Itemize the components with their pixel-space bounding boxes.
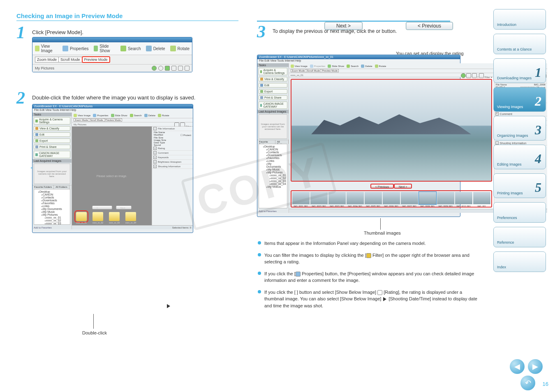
folder-thumb-2[interactable]: xxxx_xx_02: [92, 212, 103, 221]
triangle-icon: [167, 304, 170, 308]
bullet-1: Items that appear in the Information Pan…: [257, 240, 481, 247]
tab-all-folders[interactable]: All Folders: [54, 185, 69, 189]
last-acquired-box: Images acquired from your camera can be …: [34, 164, 70, 184]
zoom-icon[interactable]: [171, 66, 176, 71]
empty-prompt: Please select an image.: [97, 175, 127, 178]
right-nav: Introduction Contents at a Glance Downlo…: [493, 9, 546, 272]
info-icon: [62, 46, 68, 51]
view-image-button[interactable]: View Image: [35, 44, 58, 53]
picture-icon: [35, 46, 39, 51]
options-icon[interactable]: [178, 66, 183, 71]
window-title: ZoomBrowser EX - E:\Users\CANON\Pictures: [32, 104, 193, 108]
tab-fav-folders[interactable]: Favorite Folders: [32, 185, 54, 189]
tab-preview[interactable]: Preview Mode: [82, 56, 110, 63]
page-back[interactable]: ◀: [510, 359, 525, 374]
thumbnail-strip[interactable]: IMG_0001.JPG IMG_0003.JPG IMG_0003.JPG I…: [291, 190, 492, 208]
properties-button[interactable]: Properties: [62, 44, 89, 53]
zb-window-step3: ZoomBrowser EX - E:\Users\CANON\Pictures…: [257, 55, 460, 217]
folder-thumb-1[interactable]: xxxx_xx_01: [76, 212, 87, 221]
task-print[interactable]: Print & Share: [34, 145, 70, 149]
nav-chap4[interactable]: Editing Images4: [493, 145, 546, 169]
menu-bar[interactable]: File Edit View Tools Internet Help: [32, 108, 193, 113]
bullet-3: If you click the [ Properties] button, t…: [257, 270, 481, 284]
step-2-text: Double-click the folder where the image …: [32, 90, 238, 101]
nav-chap3[interactable]: Organizing Images3: [493, 116, 546, 141]
add-to-favorites[interactable]: Add to Favorites: [32, 226, 72, 229]
folder-thumb-4[interactable]: xxxx_xx_04: [125, 212, 136, 221]
previous-button[interactable]: < Previous: [406, 22, 453, 30]
fwd-icon[interactable]: [158, 66, 163, 71]
delete-button[interactable]: Delete: [146, 44, 165, 53]
rotate-icon: [170, 46, 176, 51]
task-edit[interactable]: Edit: [34, 132, 70, 137]
nav-chap2[interactable]: Viewing Images2: [493, 87, 546, 112]
folder-thumb-3[interactable]: xxxx_xx_03: [109, 212, 120, 221]
breadcrumb: My Pictures: [35, 66, 54, 70]
next-button[interactable]: Next >: [324, 22, 363, 30]
tasks-header: Tasks: [32, 113, 72, 116]
nav-ref[interactable]: Reference: [493, 227, 546, 247]
tab-scroll[interactable]: Scroll Mode: [58, 57, 82, 62]
trash-icon: [146, 46, 152, 51]
up-icon[interactable]: [165, 66, 170, 71]
next-btn-small[interactable]: Next >: [116, 205, 132, 210]
preview-image: [291, 79, 492, 182]
step-2-num: 2: [16, 90, 30, 105]
status-bar: Selected Items: 0: [72, 225, 193, 229]
rating-icon[interactable]: [185, 66, 190, 71]
folder-tree[interactable]: Desktop CANON Contacts Downloads Favorit…: [34, 189, 70, 225]
page-number: 16: [543, 381, 548, 387]
tab-zoom[interactable]: Zoom Mode: [35, 57, 59, 62]
search-icon: [120, 46, 126, 51]
nav-intro[interactable]: Introduction: [493, 9, 546, 30]
page-return[interactable]: ↶: [520, 376, 535, 390]
task-acquire[interactable]: Acquire & Camera Settings: [34, 117, 70, 125]
slide-show-button[interactable]: Slide Show: [94, 44, 116, 53]
step-1-text: Click [Preview Mode].: [32, 25, 238, 35]
step-1-num: 1: [16, 25, 30, 40]
slideshow-icon: [94, 46, 98, 51]
back-icon[interactable]: [152, 66, 157, 71]
preview-next[interactable]: Next >: [394, 184, 412, 189]
nav-chap1[interactable]: Downloading Images1: [493, 58, 546, 83]
zb-window-step2: ZoomBrowser EX - E:\Users\CANON\Pictures…: [32, 104, 193, 233]
pointer-doubleclick: Double-click: [82, 330, 107, 335]
nav-contents[interactable]: Contents at a Glance: [493, 34, 546, 54]
nav-pref[interactable]: Preferences: [493, 202, 546, 223]
step-3-num: 3: [257, 24, 271, 39]
task-gateway[interactable]: CANON iMAGE GATEWAY: [34, 151, 70, 158]
triangle-icon: [383, 297, 386, 301]
nav-idx[interactable]: Index: [493, 251, 546, 272]
prev-btn-small[interactable]: < Previous: [92, 205, 113, 210]
section-title: Checking an Image in Preview Mode: [16, 12, 238, 21]
rotate-button[interactable]: Rotate: [170, 44, 190, 53]
annot-thumbs: Thumbnail images: [364, 231, 401, 235]
bullet-2: You can filter the images to display by …: [257, 252, 481, 265]
page-fwd[interactable]: ▶: [528, 359, 543, 374]
last-acquired-header: Last Acquired Images: [32, 159, 72, 163]
task-export[interactable]: Export: [34, 138, 70, 143]
nav-chap5[interactable]: Printing Images5: [493, 173, 546, 198]
preview-prev[interactable]: < Previous: [370, 184, 394, 189]
toolbar-figure: View Image Properties Slide Show Search …: [32, 37, 192, 72]
bullet-4: If you click the [ ] button and select […: [257, 289, 481, 309]
task-view[interactable]: View & Classify: [34, 126, 70, 131]
search-button[interactable]: Search: [120, 44, 141, 53]
